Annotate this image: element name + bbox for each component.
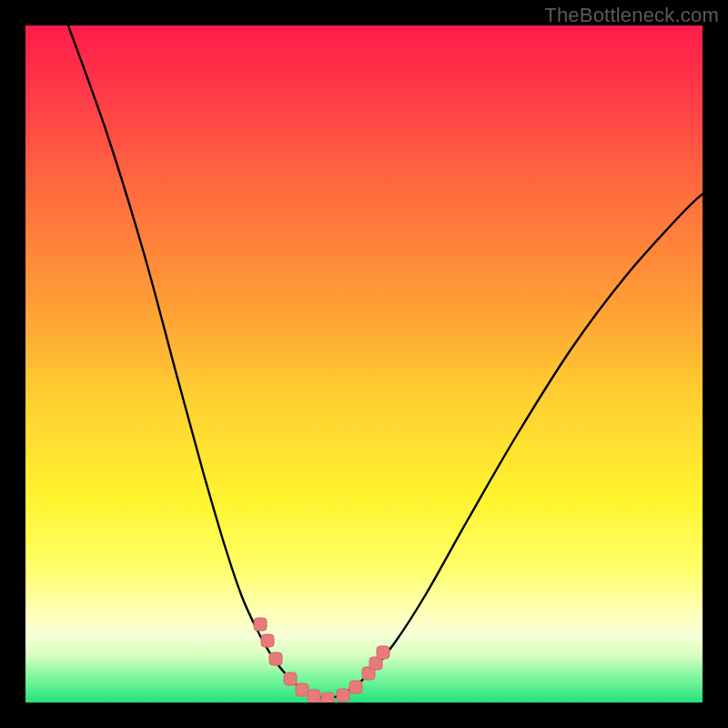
valley-marker (337, 689, 349, 702)
valley-marker (269, 652, 282, 665)
plot-area (25, 25, 703, 703)
valley-marker (349, 681, 362, 693)
left-branch-curve (68, 25, 326, 699)
valley-marker (261, 634, 274, 647)
watermark-text: TheBottleneck.com (544, 4, 719, 27)
chart-frame: TheBottleneck.com (0, 0, 728, 728)
right-branch-curve (326, 194, 703, 699)
valley-marker (321, 693, 334, 703)
valley-marker (296, 683, 308, 696)
valley-markers (254, 618, 389, 703)
curve-layer (25, 25, 703, 703)
valley-marker (284, 672, 297, 685)
valley-marker (254, 618, 267, 631)
valley-marker (377, 646, 389, 659)
valley-marker (308, 690, 320, 703)
